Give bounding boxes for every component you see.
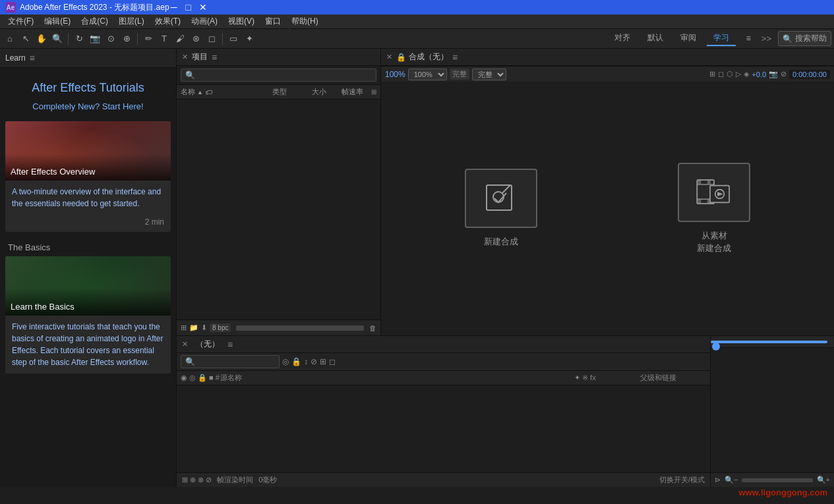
tl-lock2-icon: 🔒: [198, 374, 207, 382]
menu-composition[interactable]: 合成(C): [76, 14, 113, 28]
col-size: 大小: [312, 87, 342, 97]
new-comp-button[interactable]: 新建合成: [465, 169, 537, 248]
comp-3d-icon[interactable]: ⬡: [727, 70, 733, 78]
comp-rotation[interactable]: +0.0: [752, 70, 766, 78]
tutorial-card-basics[interactable]: Learn the Basics Five interactive tutori…: [5, 256, 171, 374]
home-tool[interactable]: ⌂: [3, 32, 17, 46]
delete-icon[interactable]: 🗑: [369, 324, 376, 332]
stamp-tool[interactable]: ⊛: [189, 32, 203, 46]
new-comp-label: 新建合成: [484, 236, 518, 248]
learn-panel: Learn ≡ After Effects Tutorials Complete…: [0, 49, 177, 487]
tutorial-overview-title-overlay: After Effects Overview: [5, 154, 171, 181]
render-time-val: 0毫秒: [258, 475, 277, 485]
toolbar-separator-1: [68, 33, 69, 45]
orbit-tool[interactable]: ⊙: [104, 32, 118, 46]
more-workspaces[interactable]: >>: [761, 34, 771, 43]
tl-zoom-bar[interactable]: [742, 478, 812, 482]
comp-timecode[interactable]: 0:00:00:00: [789, 70, 830, 79]
project-close-icon[interactable]: ✕: [182, 53, 188, 61]
switch-mode-label[interactable]: 切换开关/模式: [659, 475, 705, 485]
tab-default[interactable]: 默认: [641, 31, 670, 46]
tl-zoom-out[interactable]: 🔍−: [725, 476, 738, 484]
comp-preview-icon[interactable]: ◈: [744, 70, 749, 78]
hierarchy-icon: ⊞: [371, 88, 376, 96]
zoom-tool[interactable]: 🔍: [50, 32, 65, 46]
search-help-box[interactable]: 🔍 搜索帮助: [778, 31, 831, 46]
text-tool[interactable]: T: [157, 32, 171, 46]
bpc-badge[interactable]: 8 bpc: [210, 323, 231, 332]
timeline-hide-icon[interactable]: ◻: [329, 357, 336, 366]
pan-tool[interactable]: ⊕: [119, 32, 134, 46]
project-body: [177, 99, 380, 320]
timeline-close-icon[interactable]: ✕: [182, 340, 188, 349]
timeline-solo-icon[interactable]: ◎: [282, 357, 289, 366]
tutorial-overview-duration: 2 min: [5, 215, 171, 232]
camera-tool[interactable]: 📷: [88, 32, 102, 46]
close-button[interactable]: ✕: [198, 3, 208, 12]
comp-zoom-select[interactable]: 100%: [408, 69, 447, 80]
timeline-footer: ⊞ ⊕ ⊗ ⊘ 帧渲染时间 0毫秒 切换开关/模式: [177, 472, 710, 487]
comp-panel-menu[interactable]: ≡: [452, 52, 458, 63]
tab-menu[interactable]: ≡: [740, 32, 758, 45]
comp-body: 新建合成: [381, 82, 834, 335]
tab-align[interactable]: 对齐: [608, 31, 637, 46]
col-type: 类型: [272, 87, 312, 97]
new-folder-icon[interactable]: 📁: [189, 323, 198, 332]
menu-help[interactable]: 帮助(H): [286, 14, 324, 28]
tab-review[interactable]: 审阅: [674, 31, 703, 46]
menu-edit[interactable]: 编辑(E): [39, 14, 76, 28]
timeline-frame-icon[interactable]: ⊞: [320, 357, 326, 366]
menu-layer[interactable]: 图层(L): [113, 14, 150, 28]
project-search-input[interactable]: [181, 69, 376, 82]
comp-render-icon[interactable]: ▷: [736, 70, 741, 78]
titlebar: Ae Adobe After Effects 2023 - 无标题项目.aep …: [0, 0, 834, 14]
comp-quality[interactable]: 完整: [450, 69, 469, 80]
project-panel-menu[interactable]: ≡: [212, 52, 217, 63]
import-icon[interactable]: ⬇: [201, 323, 207, 332]
eraser-tool[interactable]: ◻: [204, 32, 219, 46]
menu-effect[interactable]: 效果(T): [150, 14, 186, 28]
puppet-tool[interactable]: ✦: [242, 32, 256, 46]
comp-panel-title: 合成（无）: [409, 51, 448, 63]
comp-flow[interactable]: ⊘: [781, 70, 787, 78]
timeline-search-input[interactable]: [181, 355, 280, 368]
tutorial-card-overview[interactable]: After Effects Overview A two-minute over…: [5, 121, 171, 232]
comp-close-icon[interactable]: ✕: [386, 53, 392, 61]
tl-zoom-in[interactable]: 🔍+: [817, 476, 830, 484]
timeline-playhead[interactable]: [712, 343, 720, 350]
timeline-motion-icon[interactable]: ↕: [304, 357, 308, 366]
minimize-button[interactable]: ─: [169, 3, 179, 12]
comp-zoom[interactable]: 100%: [385, 70, 405, 79]
comp-grid-icon[interactable]: ⊞: [709, 70, 715, 78]
hand-tool[interactable]: ✋: [34, 32, 49, 46]
comp-quality-select[interactable]: 完整: [472, 69, 506, 80]
maximize-button[interactable]: □: [184, 3, 193, 12]
watermark: www.ligonggong.com: [738, 488, 827, 497]
menu-view[interactable]: 视图(V): [223, 14, 260, 28]
pen-tool[interactable]: ✏: [141, 32, 156, 46]
tab-learn[interactable]: 学习: [707, 31, 736, 46]
select-tool[interactable]: ↖: [18, 32, 33, 46]
project-search-area: [177, 66, 380, 85]
timeline-panel-menu[interactable]: ≡: [227, 339, 233, 350]
tag-icon: 🏷: [205, 88, 212, 96]
menu-file[interactable]: 文件(F): [3, 14, 39, 28]
timeline-draft-icon[interactable]: ⊘: [311, 357, 317, 366]
rotate-tool[interactable]: ↻: [72, 32, 86, 46]
window-controls: ─ □ ✕: [169, 3, 208, 12]
menu-animation[interactable]: 动画(A): [186, 14, 223, 28]
tl-color-icon: ■: [209, 374, 214, 382]
learn-panel-menu[interactable]: ≡: [30, 53, 35, 63]
menu-window[interactable]: 窗口: [260, 14, 286, 28]
brush-tool[interactable]: 🖌: [173, 32, 187, 46]
project-columns: 名称 ▲ 🏷 类型 大小 帧速率 ⊞: [177, 85, 380, 99]
new-item-icon[interactable]: ⊞: [181, 323, 187, 332]
comp-mask-icon[interactable]: ◻: [718, 70, 724, 78]
svg-line-2: [502, 185, 510, 193]
tl-nav-start[interactable]: ⊳: [715, 476, 721, 484]
tutorial-basics-title: Learn the Basics: [11, 302, 74, 312]
from-footage-button[interactable]: 从素材 新建合成: [678, 163, 750, 254]
shape-tool[interactable]: ▭: [226, 32, 241, 46]
comp-snapshot[interactable]: 📷: [769, 70, 778, 78]
timeline-lock-icon[interactable]: 🔒: [291, 357, 301, 366]
